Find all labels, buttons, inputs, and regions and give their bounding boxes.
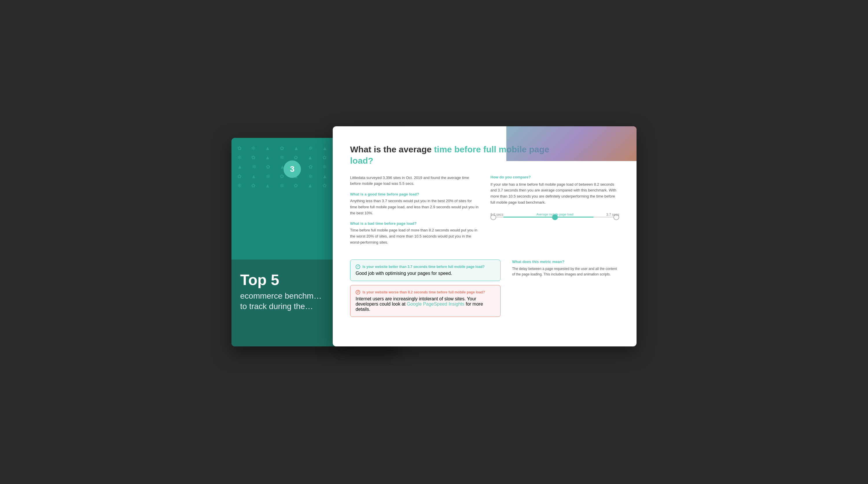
green-check-icon: ✓ bbox=[355, 264, 360, 269]
slider-visual: 8.2 secs Average mobile page load 3.7 se… bbox=[490, 212, 619, 227]
red-box-title: ✗ Is your website worse than 8.2 seconds… bbox=[355, 290, 495, 294]
page-number-badge: 3 bbox=[283, 161, 301, 178]
main-card: What is the average time before full mob… bbox=[333, 126, 637, 346]
good-time-text: Anything less than 3.7 seconds would put… bbox=[350, 198, 479, 216]
pagespeed-link[interactable]: Google PageSpeed Insights bbox=[407, 302, 464, 307]
how-compare-heading: How do you compare? bbox=[490, 175, 619, 179]
good-time-heading: What is a good time before page load? bbox=[350, 192, 479, 196]
green-box-title: ✓ Is your website better than 3.7 second… bbox=[355, 264, 495, 269]
info-boxes-container: ✓ Is your website better than 3.7 second… bbox=[350, 259, 500, 317]
slider-label-right: 3.7 secs bbox=[606, 212, 619, 217]
page-title-normal: What is the average bbox=[350, 145, 434, 154]
scene: ✿ ❄ ▲ ✿ ▲ ❄ ▲ ❄ ✿ ▲ ❄ ✿ ▲ ✿ ▲ ❄ ✿ ▲ ❄ ✿ … bbox=[231, 126, 637, 358]
left-column: Littledata surveyed 3,396 sites in Oct. … bbox=[350, 175, 479, 251]
green-box-body: Good job with optimising your pages for … bbox=[355, 271, 495, 276]
content-grid: Littledata surveyed 3,396 sites in Oct. … bbox=[350, 175, 619, 251]
bad-time-text: Time before full mobile page load of mor… bbox=[350, 227, 479, 245]
slider-track bbox=[490, 217, 619, 218]
right-info-panel: What does this metric mean? The delay be… bbox=[509, 259, 619, 317]
info-box-green: ✓ Is your website better than 3.7 second… bbox=[350, 259, 500, 281]
right-column: How do you compare? If your site has a t… bbox=[490, 175, 619, 251]
bad-time-heading: What is a bad time before page load? bbox=[350, 221, 479, 226]
red-box-body: Internet users are increasingly intolera… bbox=[355, 296, 495, 312]
metric-description: The delay between a page requested by th… bbox=[512, 266, 619, 277]
metric-heading: What does this metric mean? bbox=[512, 259, 619, 264]
slider-track-active bbox=[503, 217, 594, 218]
intro-text: Littledata surveyed 3,396 sites in Oct. … bbox=[350, 175, 479, 187]
slider-label-middle: Average mobile page load bbox=[536, 212, 574, 217]
info-box-red: ✗ Is your website worse than 8.2 seconds… bbox=[350, 285, 500, 317]
header-image bbox=[506, 126, 637, 161]
how-compare-text: If your site has a time before full mobi… bbox=[490, 181, 619, 206]
red-x-icon: ✗ bbox=[355, 290, 360, 294]
slider-label-left: 8.2 secs bbox=[490, 212, 503, 217]
